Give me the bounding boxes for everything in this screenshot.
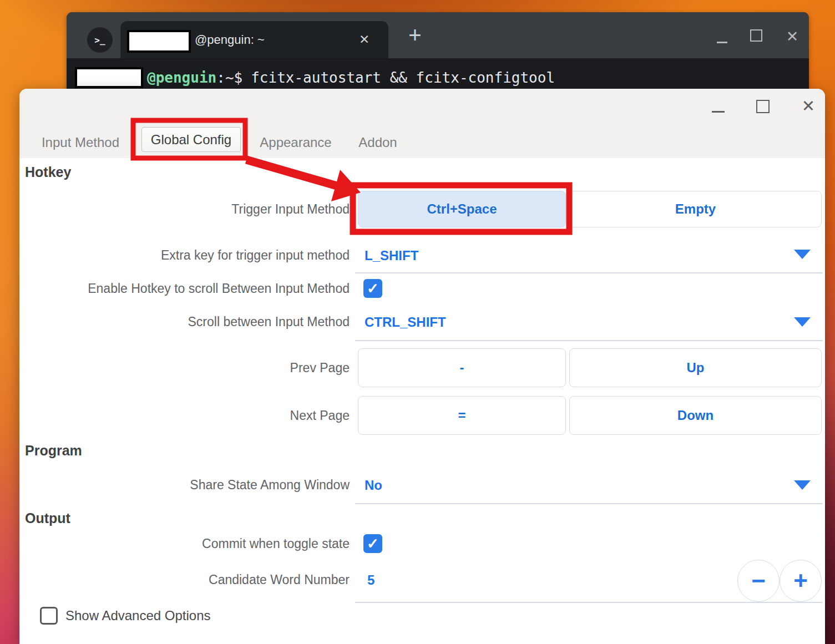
chevron-down-icon[interactable] — [794, 250, 811, 259]
terminal-icon: >_ — [87, 27, 113, 53]
tab-input-method[interactable]: Input Method — [36, 133, 125, 152]
config-minimize-icon[interactable] — [712, 111, 725, 113]
section-output: Output — [25, 510, 70, 526]
check-icon: ✓ — [367, 281, 379, 296]
prompt-colon: : — [216, 69, 225, 86]
enable-scroll-label: Enable Hotkey to scroll Between Input Me… — [19, 279, 350, 298]
terminal-close-icon[interactable]: ✕ — [784, 28, 801, 45]
config-maximize-icon[interactable] — [756, 100, 770, 113]
show-advanced-checkbox[interactable]: ✓ — [40, 607, 58, 625]
terminal-window: >_ @penguin: ~ ✕ + ✕ @penguin:~$fcitx-au… — [67, 12, 809, 90]
trigger-input-method-label: Trigger Input Method — [19, 191, 350, 227]
next-page-label: Next Page — [19, 396, 350, 435]
extra-key-value[interactable]: L_SHIFT — [365, 239, 418, 272]
candidate-word-label: Candidate Word Number — [19, 563, 350, 597]
tab-addon[interactable]: Addon — [355, 133, 401, 152]
fcitx-config-window: ✕ Input Method Global Config Appearance … — [19, 89, 825, 644]
terminal-maximize-icon[interactable] — [750, 29, 762, 42]
terminal-command: fcitx-autostart && fcitx-configtool — [251, 69, 555, 86]
terminal-tab[interactable]: @penguin: ~ ✕ — [120, 21, 388, 58]
commit-toggle-checkbox[interactable]: ✓ — [363, 534, 382, 553]
terminal-icon-glyph: >_ — [94, 35, 105, 45]
chevron-down-icon[interactable] — [794, 317, 811, 327]
trigger-key-secondary-button[interactable]: Empty — [569, 191, 822, 227]
config-close-icon[interactable]: ✕ — [799, 97, 817, 115]
prev-page-label: Prev Page — [19, 348, 350, 387]
prompt-dollar: $ — [234, 69, 243, 86]
terminal-minimize-icon[interactable] — [717, 42, 727, 43]
redacted-username — [127, 30, 191, 53]
trigger-key-primary-button[interactable]: Ctrl+Space — [358, 191, 566, 227]
prev-page-key-primary-button[interactable]: - — [358, 348, 566, 387]
tab-appearance[interactable]: Appearance — [256, 133, 336, 152]
decrement-button[interactable]: − — [737, 560, 780, 602]
share-state-value[interactable]: No — [365, 468, 382, 502]
next-page-key-secondary-button[interactable]: Down — [569, 396, 822, 435]
increment-button[interactable]: + — [780, 560, 822, 602]
redacted-username — [75, 67, 143, 88]
combo-underline — [355, 340, 823, 341]
combo-underline — [355, 272, 823, 273]
candidate-word-value[interactable]: 5 — [367, 563, 375, 597]
section-hotkey: Hotkey — [25, 164, 71, 180]
terminal-body[interactable]: @penguin:~$fcitx-autostart && fcitx-conf… — [67, 58, 809, 90]
prompt-path: ~ — [225, 69, 234, 86]
show-advanced-label: Show Advanced Options — [65, 606, 211, 625]
spinbox-underline — [355, 602, 823, 603]
config-header: ✕ Input Method Global Config Appearance … — [19, 89, 825, 158]
config-content: Hotkey Trigger Input Method Ctrl+Space E… — [19, 158, 825, 644]
chevron-down-icon[interactable] — [794, 480, 811, 490]
enable-scroll-checkbox[interactable]: ✓ — [363, 279, 382, 298]
scroll-between-label: Scroll between Input Method — [19, 305, 350, 339]
new-tab-icon[interactable]: + — [404, 20, 426, 50]
tab-global-config[interactable]: Global Config — [141, 127, 241, 152]
check-icon: ✓ — [367, 536, 379, 551]
tab-close-icon[interactable]: ✕ — [359, 21, 370, 58]
commit-toggle-label: Commit when toggle state — [19, 534, 350, 553]
prompt-user: @penguin — [147, 69, 216, 86]
combo-underline — [355, 503, 823, 504]
section-program: Program — [25, 443, 82, 459]
terminal-tab-title: @penguin: ~ — [195, 21, 265, 58]
extra-key-label: Extra key for trigger input method — [19, 239, 350, 272]
terminal-prompt-line: @penguin:~$fcitx-autostart && fcitx-conf… — [147, 67, 555, 88]
prev-page-key-secondary-button[interactable]: Up — [569, 348, 822, 387]
scroll-between-value[interactable]: CTRL_SHIFT — [365, 305, 446, 339]
terminal-titlebar: >_ @penguin: ~ ✕ + ✕ — [67, 12, 809, 58]
screen: >_ @penguin: ~ ✕ + ✕ @penguin:~$fcitx-au… — [0, 0, 835, 644]
share-state-label: Share State Among Window — [19, 468, 350, 502]
next-page-key-primary-button[interactable]: = — [358, 396, 566, 435]
